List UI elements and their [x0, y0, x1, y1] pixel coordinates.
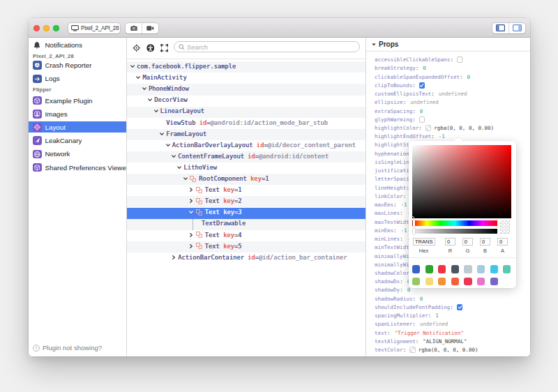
close-button[interactable] — [33, 25, 40, 31]
sidebar-item-leakcanary[interactable]: LeakCanary — [29, 135, 126, 146]
preset-color-swatch[interactable] — [438, 265, 446, 273]
b-input[interactable]: 0 — [480, 238, 490, 246]
prop-value[interactable]: rgba(0, 0, 0, 0.00) — [434, 125, 494, 131]
tree-row-text[interactable]: Text key=2 — [127, 196, 365, 207]
preset-color-swatch[interactable] — [490, 265, 498, 273]
a-input[interactable]: 0 — [497, 238, 508, 246]
tree-row-contentframelayout[interactable]: ContentFrameLayout id=@android:id/conten… — [127, 151, 365, 163]
tree-row-actionbaroverlaylayout[interactable]: ActionBarOverlayLayout id=@id/decor_cont… — [127, 140, 365, 151]
tree-row-actionbarcontainer[interactable]: ActionBarContainer id=@id/action_bar_con… — [127, 252, 365, 264]
chevron-down-icon[interactable] — [130, 61, 135, 73]
tree-row-linearlayout[interactable]: LinearLayout — [127, 107, 365, 118]
prop-value[interactable]: undefined — [420, 321, 448, 327]
plugin-not-showing-link[interactable]: ? Plugin not showing? — [33, 344, 102, 352]
checkbox-unchecked[interactable] — [457, 56, 463, 63]
g-input[interactable]: 0 — [462, 238, 473, 246]
preset-color-swatch[interactable] — [412, 278, 420, 285]
chevron-down-icon[interactable] — [183, 174, 188, 185]
alpha-slider[interactable] — [412, 229, 497, 234]
prop-value[interactable]: undefined — [439, 91, 467, 97]
preset-color-swatch[interactable] — [477, 278, 485, 285]
sidebar-item-crash-reporter[interactable]: Crash Reporter — [29, 60, 126, 71]
chevron-right-icon[interactable] — [171, 252, 176, 264]
sidebar-item-shared-preferences-viewer[interactable]: Shared Preferences Viewer — [29, 162, 126, 173]
prop-value[interactable]: 1 — [435, 312, 439, 319]
tree-row-text[interactable]: Text key=5 — [127, 241, 365, 252]
tree-row-text[interactable]: Text key=3 — [127, 208, 365, 219]
preset-color-swatch[interactable] — [464, 265, 472, 273]
preset-color-swatch[interactable] — [425, 265, 433, 273]
prop-value[interactable]: 0 — [423, 65, 426, 71]
prop-value[interactable]: 0 — [407, 287, 411, 293]
preset-color-swatch[interactable] — [438, 278, 446, 285]
saturation-area[interactable] — [412, 145, 511, 218]
tree-row-rootcomponent[interactable]: RootComponent key=1 — [127, 174, 365, 185]
chevron-right-icon[interactable] — [188, 241, 194, 252]
preset-color-swatch[interactable] — [425, 278, 433, 285]
device-selector[interactable]: Pixel_2_API_28 — [68, 23, 120, 33]
checkbox-checked[interactable] — [419, 82, 425, 89]
prop-value[interactable]: -1 — [401, 202, 407, 208]
tree-row-textdrawable[interactable]: TextDrawable — [127, 219, 365, 230]
hue-slider[interactable] — [412, 220, 497, 226]
prop-value[interactable]: 0 — [467, 74, 470, 80]
chevron-down-icon[interactable] — [188, 208, 194, 219]
props-header[interactable]: Props — [366, 38, 530, 52]
prop-value[interactable]: 0 — [420, 296, 423, 302]
chevron-down-icon[interactable] — [171, 151, 176, 163]
preset-color-swatch[interactable] — [503, 265, 511, 273]
prop-value[interactable]: 0 — [420, 108, 423, 114]
sidebar-item-images[interactable]: Images — [29, 108, 126, 119]
tree-row-phonewindow[interactable]: PhoneWindow — [127, 84, 365, 95]
tree-row-lithoview[interactable]: LithoView — [127, 163, 365, 174]
select-element-button[interactable] — [160, 44, 169, 52]
tree-row-framelayout[interactable]: FrameLayout — [127, 129, 365, 140]
tree-row-com.facebook.flipper.sample[interactable]: com.facebook.flipper.sample — [127, 61, 365, 73]
search-input[interactable]: Search — [174, 41, 360, 52]
prop-value[interactable]: rgba(0, 0, 0, 0.00) — [418, 347, 478, 353]
r-input[interactable]: 0 — [445, 238, 455, 246]
chevron-right-icon[interactable] — [188, 196, 194, 207]
chevron-down-icon[interactable] — [147, 96, 153, 107]
tree-row-text[interactable]: Text key=1 — [127, 185, 365, 196]
screenshot-button[interactable] — [126, 23, 142, 33]
tree-row-decorview[interactable]: DecorView — [127, 96, 365, 107]
saturation-marker[interactable] — [411, 216, 414, 220]
checkbox-unchecked[interactable] — [419, 116, 425, 123]
sidebar-item-logs[interactable]: Logs — [29, 73, 126, 84]
preset-color-swatch[interactable] — [451, 265, 459, 273]
alpha-thumb[interactable] — [413, 228, 415, 235]
minimize-button[interactable] — [43, 25, 50, 31]
preset-color-swatch[interactable] — [412, 265, 420, 273]
chevron-down-icon[interactable] — [135, 73, 141, 84]
accessibility-mode-button[interactable] — [146, 44, 155, 52]
sidebar-item-example-plugin[interactable]: Example Plugin — [29, 95, 126, 106]
chevron-right-icon[interactable] — [188, 185, 194, 196]
hex-input[interactable]: TRANS — [413, 238, 435, 246]
tree-row-viewstub[interactable]: ViewStub id=@android:id/action_mode_bar_… — [127, 118, 365, 129]
prop-value[interactable]: undefined — [410, 99, 439, 105]
chevron-right-icon[interactable] — [188, 230, 194, 241]
sidebar-item-notifications[interactable]: Notifications — [29, 40, 126, 51]
toggle-right-panel-button[interactable] — [509, 23, 525, 33]
preset-color-swatch[interactable] — [464, 278, 472, 285]
sidebar-item-layout[interactable]: Layout — [29, 121, 126, 133]
preset-color-swatch[interactable] — [477, 265, 485, 273]
prop-value[interactable]: -1 — [439, 133, 445, 140]
chevron-down-icon[interactable] — [159, 129, 165, 140]
chevron-down-icon[interactable] — [142, 84, 147, 95]
toggle-left-panel-button[interactable] — [492, 23, 508, 33]
chevron-down-icon[interactable] — [153, 107, 159, 118]
chevron-down-icon[interactable] — [176, 163, 182, 174]
preset-color-swatch[interactable] — [451, 278, 459, 285]
prop-value[interactable]: -1 — [401, 227, 407, 234]
color-swatch[interactable] — [409, 347, 416, 353]
prop-value[interactable]: "ALIGN_NORMAL" — [423, 338, 467, 345]
zoom-button[interactable] — [53, 25, 59, 31]
prop-value[interactable]: "Trigger Notification" — [395, 330, 464, 336]
hue-thumb[interactable] — [413, 220, 415, 227]
color-swatch[interactable] — [425, 125, 432, 131]
chevron-down-icon[interactable] — [165, 140, 171, 151]
checkbox-checked[interactable] — [457, 304, 463, 310]
tree-row-mainactivity[interactable]: MainActivity — [127, 73, 365, 84]
